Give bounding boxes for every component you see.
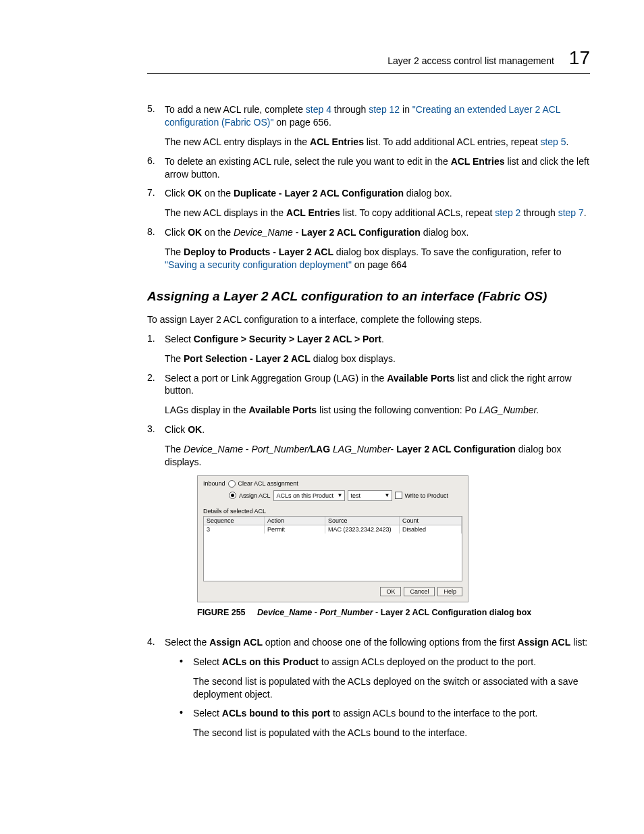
step-8: 8. Click OK on the Device_Name - Layer 2… <box>147 226 590 271</box>
step-number: 7. <box>147 187 165 219</box>
table-empty-area <box>204 533 462 581</box>
step-7: 7. Click OK on the Duplicate - Layer 2 A… <box>147 187 590 219</box>
bullet-followup: The second list is populated with the AC… <box>193 675 590 701</box>
section-intro: To assign Layer 2 ACL configuration to a… <box>147 313 590 326</box>
step-followup: The new ACL entry displays in the ACL En… <box>165 136 590 149</box>
th-action: Action <box>265 517 325 525</box>
details-label: Details of selected ACL <box>198 505 468 516</box>
step-number: 1. <box>147 333 165 365</box>
chevron-down-icon: ▼ <box>385 492 390 498</box>
bullet-text: Select ACLs bound to this port to assign… <box>193 707 590 720</box>
link-step4[interactable]: step 4 <box>306 104 331 115</box>
step-number: 5. <box>147 103 165 149</box>
acl-details-table: Sequence Action Source Count 3 Permit MA… <box>203 516 462 581</box>
step-followup: LAGs display in the Available Ports list… <box>165 404 590 417</box>
step-text: Select a port or Link Aggregation Group … <box>165 372 590 398</box>
table-header: Sequence Action Source Count <box>204 517 462 525</box>
clear-acl-label: Clear ACL assignment <box>238 480 298 487</box>
step-text: Click OK. <box>165 423 590 436</box>
write-to-product-checkbox[interactable] <box>395 492 402 499</box>
step-number: 3. <box>147 423 165 629</box>
th-count: Count <box>400 517 462 525</box>
step-text: To delete an existing ACL rule, select t… <box>165 155 590 181</box>
inbound-label: Inbound <box>203 480 225 487</box>
step-number: 4. <box>147 636 165 746</box>
step-list-b: 1. Select Configure > Security > Layer 2… <box>147 333 590 746</box>
cancel-button[interactable]: Cancel <box>404 587 435 596</box>
step-number: 6. <box>147 155 165 181</box>
clear-acl-radio[interactable] <box>228 480 236 488</box>
acl-select-combo[interactable]: test▼ <box>348 490 392 501</box>
link-saving-security[interactable]: "Saving a security configuration deploym… <box>165 259 352 270</box>
step-1: 1. Select Configure > Security > Layer 2… <box>147 333 590 365</box>
step-followup: The Port Selection - Layer 2 ACL dialog … <box>165 353 590 365</box>
page-header: Layer 2 access control list management 1… <box>147 47 590 69</box>
step-followup: The Deploy to Products - Layer 2 ACL dia… <box>165 246 590 271</box>
link-step12[interactable]: step 12 <box>369 104 400 115</box>
list-item: • Select ACLs on this Product to assign … <box>180 656 590 701</box>
step-number: 8. <box>147 226 165 271</box>
step-text: Click OK on the Device_Name - Layer 2 AC… <box>165 226 590 239</box>
th-sequence: Sequence <box>204 517 265 525</box>
step-text: To add a new ACL rule, complete step 4 t… <box>165 103 590 129</box>
bullet-icon: • <box>180 707 193 739</box>
link-step2[interactable]: step 2 <box>495 207 520 218</box>
chevron-down-icon: ▼ <box>338 492 343 498</box>
step-text: Select Configure > Security > Layer 2 AC… <box>165 333 590 346</box>
step-5: 5. To add a new ACL rule, complete step … <box>147 103 590 149</box>
link-step5[interactable]: step 5 <box>540 136 566 147</box>
table-row[interactable]: 3 Permit MAC (2323.2342.2423) Disabled <box>204 525 462 533</box>
step-2: 2. Select a port or Link Aggregation Gro… <box>147 372 590 417</box>
page: Layer 2 access control list management 1… <box>0 0 644 834</box>
chapter-number: 17 <box>569 47 590 69</box>
th-source: Source <box>325 517 400 525</box>
step-followup: The Device_Name - Port_Number/LAG LAG_Nu… <box>165 443 590 469</box>
step-6: 6. To delete an existing ACL rule, selec… <box>147 155 590 181</box>
step-text: Select the Assign ACL option and choose … <box>165 636 590 649</box>
step-4: 4. Select the Assign ACL option and choo… <box>147 636 590 746</box>
acl-source-combo[interactable]: ACLs on this Product▼ <box>273 490 345 501</box>
acl-config-dialog: Inbound Clear ACL assignment Assign ACL … <box>197 475 468 602</box>
bullet-icon: • <box>180 656 193 701</box>
ok-button[interactable]: OK <box>380 587 401 596</box>
header-rule <box>147 73 590 74</box>
link-step7[interactable]: step 7 <box>558 207 584 218</box>
bullet-text: Select ACLs on this Product to assign AC… <box>193 656 590 669</box>
step-3: 3. Click OK. The Device_Name - Port_Numb… <box>147 423 590 629</box>
step-followup: The new ACL displays in the ACL Entries … <box>165 207 590 219</box>
section-heading: Assigning a Layer 2 ACL configuration to… <box>147 289 590 304</box>
step-text: Click OK on the Duplicate - Layer 2 ACL … <box>165 187 590 200</box>
assign-acl-label: Assign ACL <box>239 492 271 499</box>
write-to-product-label: Write to Product <box>405 492 448 499</box>
step-number: 2. <box>147 372 165 417</box>
bullet-followup: The second list is populated with the AC… <box>193 727 590 739</box>
assign-acl-radio[interactable] <box>229 492 236 499</box>
header-section-title: Layer 2 access control list management <box>387 55 554 66</box>
help-button[interactable]: Help <box>437 587 462 596</box>
list-item: • Select ACLs bound to this port to assi… <box>180 707 590 739</box>
figure-caption: FIGURE 255 Device_Name - Port_Number - L… <box>197 608 590 617</box>
step-list-a: 5. To add a new ACL rule, complete step … <box>147 103 590 271</box>
bullet-list: • Select ACLs on this Product to assign … <box>180 656 590 739</box>
